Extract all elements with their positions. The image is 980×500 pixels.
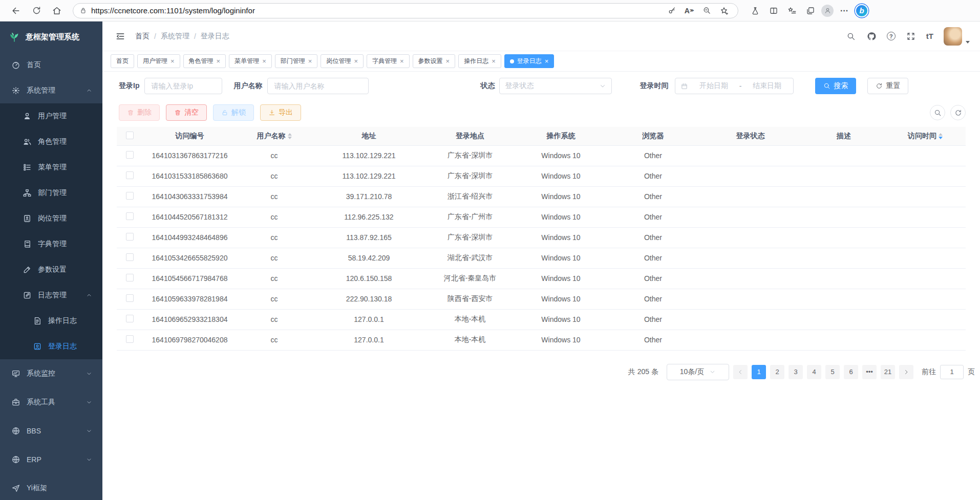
close-icon[interactable]: × [308,58,312,64]
row-checkbox[interactable] [126,171,134,179]
sidebar-item-操作日志[interactable]: 操作日志 [0,308,102,334]
read-aloud-icon[interactable]: A≫ [681,3,697,18]
address-bar[interactable]: https://ccnetcore.com:1101/system/log/lo… [73,3,738,18]
sidebar-item-字典管理[interactable]: 字典管理 [0,231,102,257]
tab-登录日志[interactable]: 登录日志× [504,54,555,68]
column-header-访问时间[interactable]: 访问时间 [885,127,966,145]
sidebar-item-系统工具[interactable]: 系统工具 [0,388,102,417]
browser-refresh-icon[interactable] [28,3,45,18]
sidebar-item-系统监控[interactable]: 系统监控 [0,359,102,388]
table-row[interactable]: 1641069652933218304cc127.0.0.1本地-本机Windo… [117,309,966,330]
row-checkbox[interactable] [126,274,134,281]
清空-button[interactable]: 清空 [166,104,207,121]
page-button-4[interactable]: 4 [807,365,821,379]
fullscreen-icon[interactable] [906,31,916,41]
table-row[interactable]: 1641053426655825920cc58.19.42.209湖北省-武汉市… [117,248,966,268]
browser-home-icon[interactable] [48,3,66,18]
zoom-out-icon[interactable] [699,3,714,18]
close-icon[interactable]: × [446,58,450,64]
page-button-5[interactable]: 5 [825,365,840,379]
table-row[interactable]: 1641043063331753984cc39.171.210.78浙江省-绍兴… [117,186,966,207]
page-button-6[interactable]: 6 [844,365,858,379]
close-icon[interactable]: × [400,58,404,64]
url-text[interactable]: https://ccnetcore.com:1101/system/log/lo… [91,6,660,15]
select-all-checkbox[interactable] [126,132,134,139]
app-logo[interactable]: 意框架管理系统 [0,21,102,52]
tab-用户管理[interactable]: 用户管理× [137,54,180,68]
tab-角色管理[interactable]: 角色管理× [183,54,226,68]
favorites-bar-icon[interactable] [784,3,800,18]
导出-button[interactable]: 导出 [260,104,301,121]
sort-carets-icon[interactable] [939,133,943,139]
sidebar-item-登录日志[interactable]: 登录日志 [0,334,102,359]
user-avatar[interactable] [944,27,970,46]
sort-carets-icon[interactable] [288,133,292,139]
row-checkbox[interactable] [126,212,134,220]
page-button-3[interactable]: 3 [789,365,803,379]
sidebar-item-Yi框架[interactable]: Yi框架 [0,474,102,500]
table-row[interactable]: 1641031367863177216cc113.102.129.221广东省-… [117,145,966,166]
browser-essentials-icon[interactable] [748,3,763,18]
split-screen-icon[interactable] [766,3,781,18]
table-row[interactable]: 1641031533185863680cc113.102.129.221广东省-… [117,166,966,186]
favorite-star-icon[interactable] [716,3,732,18]
site-lock-icon[interactable] [79,7,87,14]
refresh-table-button[interactable] [950,105,966,120]
close-icon[interactable]: × [354,58,358,64]
sidebar-item-用户管理[interactable]: 用户管理 [0,103,102,129]
row-checkbox[interactable] [126,294,134,302]
sidebar-item-岗位管理[interactable]: 岗位管理 [0,206,102,231]
copilot-icon[interactable]: b [855,4,868,17]
header-search-icon[interactable] [846,31,856,41]
table-row[interactable]: 1641059633978281984cc222.90.130.18陕西省-西安… [117,289,966,309]
browser-back-icon[interactable] [7,3,25,18]
table-row[interactable]: 1641044520567181312cc112.96.225.132广东省-广… [117,207,966,227]
show-search-toggle-button[interactable] [930,105,945,120]
tab-字典管理[interactable]: 字典管理× [367,54,410,68]
search-button[interactable]: 搜索 [815,78,856,94]
page-size-select[interactable]: 10条/页 [667,364,729,380]
tab-参数设置[interactable]: 参数设置× [413,54,456,68]
table-row[interactable]: 1641044993248464896cc113.87.92.165广东省-深圳… [117,227,966,248]
close-icon[interactable]: × [492,58,496,64]
sidebar-item-BBS[interactable]: BBS [0,417,102,445]
tab-菜单管理[interactable]: 菜单管理× [229,54,272,68]
sidebar-item-部门管理[interactable]: 部门管理 [0,180,102,206]
next-page-button[interactable] [899,365,913,379]
sidebar-item-ERP[interactable]: ERP [0,445,102,474]
page-button-1[interactable]: 1 [752,365,766,379]
row-checkbox[interactable] [126,233,134,241]
page-button-21[interactable]: 21 [881,365,895,379]
page-button-2[interactable]: 2 [770,365,784,379]
menu-fold-icon[interactable] [113,29,128,44]
goto-page-input[interactable] [940,365,964,379]
row-checkbox[interactable] [126,151,134,159]
sidebar-item-首页[interactable]: 首页 [0,52,102,78]
breadcrumb-home[interactable]: 首页 [135,32,150,41]
status-select[interactable]: 登录状态 [499,78,612,94]
tab-岗位管理[interactable]: 岗位管理× [321,54,364,68]
reset-button[interactable]: 重置 [867,78,908,94]
sidebar-item-参数设置[interactable]: 参数设置 [0,257,102,282]
sidebar-item-菜单管理[interactable]: 菜单管理 [0,155,102,180]
close-icon[interactable]: × [217,58,221,64]
prev-page-button[interactable] [733,365,748,379]
help-icon[interactable]: ? [887,32,896,40]
column-header-用户名称[interactable]: 用户名称 [237,127,311,145]
row-checkbox[interactable] [126,315,134,322]
tab-部门管理[interactable]: 部门管理× [275,54,318,68]
sidebar-item-角色管理[interactable]: 角色管理 [0,129,102,155]
date-range-picker[interactable]: 开始日期 - 结束日期 [675,78,794,94]
collections-icon[interactable] [803,3,818,18]
sidebar-item-日志管理[interactable]: 日志管理 [0,282,102,308]
close-icon[interactable]: × [262,58,266,64]
breadcrumb-system[interactable]: 系统管理 [161,32,189,41]
close-icon[interactable]: × [171,58,175,64]
login-ip-input[interactable] [144,78,222,94]
tab-操作日志[interactable]: 操作日志× [458,54,501,68]
browser-more-icon[interactable]: ⋯ [837,3,852,18]
more-pages-button[interactable]: ••• [862,365,877,379]
row-checkbox[interactable] [126,253,134,261]
user-name-input[interactable] [267,78,369,94]
github-icon[interactable] [866,31,877,41]
